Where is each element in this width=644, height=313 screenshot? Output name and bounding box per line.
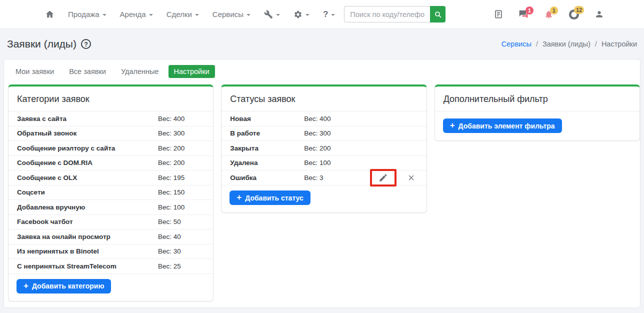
categories-card: Категории заявок Заявка с сайта Вес: 400… <box>8 84 214 302</box>
status-row: Закрыта Вес: 200 <box>222 141 426 156</box>
menu-services[interactable]: Сервисы <box>212 10 250 18</box>
chevron-down-icon <box>331 14 335 16</box>
add-filter-element-button[interactable]: + Добавить элемент фильтра <box>443 118 562 133</box>
category-name: Заявка на онлайн просмотр <box>17 233 158 240</box>
category-name: Сообщение с OLX <box>17 174 158 182</box>
menu-sales[interactable]: Продажа <box>68 10 106 18</box>
categories-card-header: Категории заявок <box>8 86 213 112</box>
tab-settings[interactable]: Настройки <box>168 65 215 78</box>
settings-menu[interactable] <box>294 10 310 19</box>
add-category-button[interactable]: + Добавить категорию <box>16 279 111 294</box>
filter-card: Дополнительный фильтр + Добавить элемент… <box>434 84 640 141</box>
category-name: Обратный звонок <box>17 130 158 137</box>
category-row: Заявка на онлайн просмотр Вес: 40 <box>8 230 213 244</box>
add-category-label: Добавить категорию <box>32 282 104 290</box>
category-weight: Вес: 400 <box>158 115 184 122</box>
filter-card-title: Дополнительный фильтр <box>444 94 631 104</box>
status-weight: Вес: 100 <box>304 159 330 166</box>
home-icon <box>45 10 54 19</box>
question-icon: ? <box>323 10 328 20</box>
breadcrumb-separator: / <box>595 40 597 48</box>
status-name: Закрыта <box>230 144 304 152</box>
category-name: Сообщение риэлтору с сайта <box>17 144 158 152</box>
notifications-button[interactable]: 1 <box>544 10 554 20</box>
bell-badge: 1 <box>550 6 558 14</box>
tab-my-leads[interactable]: Мои заявки <box>10 65 60 78</box>
status-weight: Вес: 300 <box>304 130 330 137</box>
page-help-icon[interactable]: ? <box>81 39 91 49</box>
category-row: Соцсети Вес: 150 <box>8 186 213 200</box>
search-icon <box>434 10 442 18</box>
menu-deals[interactable]: Сделки <box>166 10 199 18</box>
category-weight: Вес: 100 <box>158 204 184 211</box>
category-name: Сообщение с DOM.RIA <box>17 159 158 166</box>
search-button[interactable] <box>430 6 446 22</box>
coin-badge: 12 <box>574 6 584 14</box>
gear-icon <box>294 10 302 19</box>
categories-card-title: Категории заявок <box>17 94 204 104</box>
menu-sales-label: Продажа <box>68 10 100 18</box>
chat-button[interactable]: 1 <box>518 10 529 20</box>
category-row: С непринятых StreamTelecom Вес: 25 <box>8 259 213 274</box>
highlight-box <box>370 169 396 186</box>
add-filter-element-label: Добавить элемент фильтра <box>458 122 555 130</box>
statuses-card: Статусы заявок Новая Вес: 400 В работе В… <box>221 84 426 213</box>
edit-icon[interactable] <box>378 173 388 182</box>
chevron-down-icon <box>195 14 199 16</box>
menu-rent[interactable]: Аренда <box>120 10 153 18</box>
status-row: Удалена Вес: 100 <box>222 156 426 171</box>
search-bar <box>344 6 446 22</box>
category-row: Заявка с сайта Вес: 400 <box>8 112 213 126</box>
chevron-down-icon <box>149 14 153 16</box>
category-weight: Вес: 30 <box>158 248 181 255</box>
status-row: В работе Вес: 300 <box>222 126 426 142</box>
search-input[interactable] <box>344 6 430 22</box>
main-panel: Мои заявки Все заявки Удаленные Настройк… <box>4 59 640 308</box>
chevron-down-icon <box>276 14 280 16</box>
category-weight: Вес: 50 <box>158 218 181 226</box>
category-row: Сообщение с OLX Вес: 195 <box>8 170 213 186</box>
top-navbar: Продажа Аренда Сделки Сервисы <box>0 0 644 29</box>
chat-badge: 1 <box>526 6 534 14</box>
tools-menu[interactable] <box>264 10 280 19</box>
plus-icon: + <box>236 193 242 202</box>
delete-icon[interactable] <box>407 174 416 182</box>
category-row: Обратный звонок Вес: 300 <box>8 126 213 142</box>
profile-button[interactable] <box>594 10 604 19</box>
category-weight: Вес: 200 <box>158 144 184 152</box>
tab-deleted[interactable]: Удаленные <box>116 65 164 78</box>
category-row: Сообщение риэлтору с сайта Вес: 200 <box>8 141 213 156</box>
category-name: Facebook чатбот <box>17 218 158 226</box>
category-name: Из непринятых в Binotel <box>17 248 158 255</box>
category-name: С непринятых StreamTelecom <box>17 262 158 270</box>
category-weight: Вес: 300 <box>158 130 184 137</box>
breadcrumb-services-link[interactable]: Сервисы <box>502 40 532 48</box>
category-weight: Вес: 150 <box>158 188 184 196</box>
balance-button[interactable]: 12 <box>568 9 580 20</box>
help-menu[interactable]: ? <box>323 10 335 20</box>
category-row: Facebook чатбот Вес: 50 <box>8 215 213 230</box>
breadcrumb-leads: Заявки (лиды) <box>542 40 590 48</box>
status-weight: Вес: 400 <box>304 115 330 122</box>
tab-bar: Мои заявки Все заявки Удаленные Настройк… <box>10 65 640 78</box>
breadcrumb-settings: Настройки <box>602 40 637 48</box>
status-weight: Вес: 200 <box>304 144 330 152</box>
book-icon <box>494 10 503 19</box>
category-name: Добавлена вручную <box>17 204 158 211</box>
status-name: Новая <box>230 115 304 122</box>
chevron-down-icon <box>246 14 250 16</box>
status-row: Новая Вес: 400 <box>222 112 426 126</box>
statuses-card-title: Статусы заявок <box>230 94 418 104</box>
page-title: Заявки (лиды) <box>7 38 76 50</box>
journal-button[interactable] <box>494 10 503 19</box>
tab-all-leads[interactable]: Все заявки <box>64 65 112 78</box>
page-header: Заявки (лиды) ? Сервисы / Заявки (лиды) … <box>0 29 644 59</box>
chevron-down-icon <box>102 14 106 16</box>
wrench-icon <box>264 10 273 19</box>
filter-card-header: Дополнительный фильтр <box>435 86 640 112</box>
menu-deals-label: Сделки <box>166 10 192 18</box>
add-status-button[interactable]: + Добавить статус <box>230 190 310 205</box>
home-button[interactable] <box>45 10 54 19</box>
menu-services-label: Сервисы <box>212 10 244 18</box>
status-name: В работе <box>230 130 304 137</box>
